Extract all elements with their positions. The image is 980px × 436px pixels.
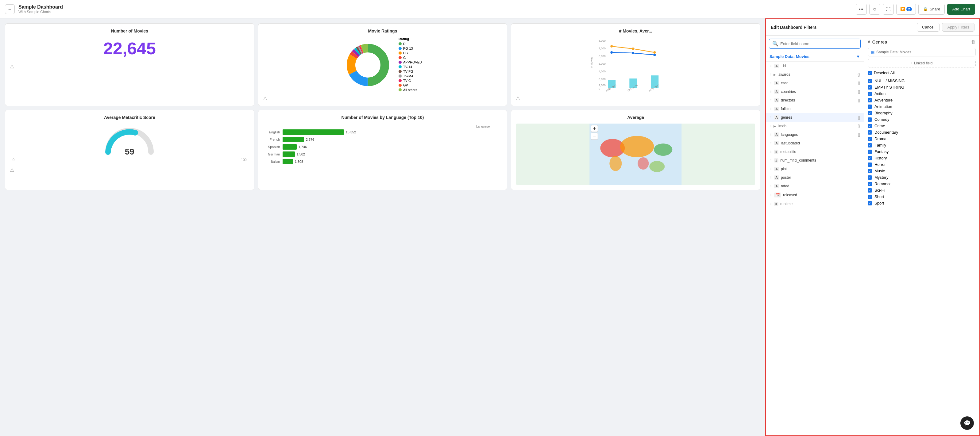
source-header[interactable]: Sample Data: Movies ▼ [766,52,864,62]
search-icon: 🔍 [772,41,778,47]
field-search-input[interactable] [780,41,857,46]
checkbox-item[interactable]: Sci-Fi [868,187,976,193]
chevron-down-icon: ▼ [856,54,860,59]
checkbox [868,175,872,180]
field-name-genres: genres [781,115,856,120]
filter-button[interactable]: 🔽 2 [896,4,916,15]
checkbox-item[interactable]: Romance [868,181,976,187]
chat-bubble[interactable]: 💬 [960,416,974,430]
fullscreen-button[interactable]: ⛶ [883,4,894,15]
field-item-languages[interactable]: ⠿ A languages [] [766,130,864,139]
delete-filter-icon[interactable]: 🗑 [971,39,976,45]
checkbox-item[interactable]: Crime [868,123,976,129]
cancel-button[interactable]: Cancel [917,23,940,32]
checkbox-item[interactable]: Documentary [868,129,976,136]
svg-point-37 [610,156,622,171]
checkbox-item[interactable]: Animation [868,103,976,110]
checkbox-item[interactable]: Biography [868,110,976,116]
metacritic-card: Average Metacritic Score 59 0 100 [5,110,255,190]
filter-field-title: A Genres [868,40,887,44]
top-bar: ← Sample Dashboard With Sample Charts ••… [0,0,980,18]
field-item-cast[interactable]: ⠿ A cast [] [766,79,864,87]
svg-point-27 [611,51,613,54]
field-item-countries[interactable]: ⠿ A countries [] [766,87,864,96]
checkbox-item[interactable]: Mystery [868,174,976,181]
checkbox-item[interactable]: Horror [868,161,976,168]
checkbox [868,163,872,167]
checkbox-item[interactable]: EMPTY STRING [868,84,976,90]
map-area: + − [516,124,755,185]
linked-field-button[interactable]: + Linked field [868,59,976,67]
line-chart-area: 8,000 7,000 6,000 5,000 4,000 3,000 1,00… [516,37,755,92]
checkbox-item[interactable]: Fantasy [868,148,976,155]
checkbox [868,188,872,193]
source-label: Sample Data: Movies [770,54,810,59]
more-button[interactable]: ••• [856,4,867,15]
movies-count-filter-icon: △ [10,63,249,69]
checkbox-label: Drama [875,136,886,141]
field-array-genres: [] [858,115,860,120]
drag-handle: ⠿ [770,107,772,111]
field-item-metacritic[interactable]: ⠿ # metacritic [766,147,864,156]
panel-body: 🔍 Sample Data: Movies ▼ ⠿ A _id [766,36,979,435]
field-item-genres[interactable]: ⠿ A genres [] [766,113,864,122]
edit-filters-panel: Edit Dashboard Filters Cancel Apply Filt… [765,18,980,436]
drag-handle: ⠿ [770,159,772,162]
svg-text:+: + [593,126,596,131]
field-item-imdb[interactable]: ⠿ ▶ imdb {} [766,122,864,130]
share-button[interactable]: 🔒 Share [918,4,945,15]
field-type-cast: A [774,81,779,85]
field-item-awards[interactable]: ⠿ ▶ awards {} [766,70,864,79]
checkbox-label: Sport [875,201,884,205]
field-type-metacritic: # [774,150,778,154]
movie-ratings-title: Movie Ratings [263,29,502,33]
checkbox-item[interactable]: Adventure [868,97,976,103]
field-item-runtime[interactable]: ⠿ # runtime [766,200,864,208]
apply-filters-button[interactable]: Apply Filters [942,23,974,32]
checkbox-item[interactable]: Drama [868,136,976,142]
checkbox-list: NULL / MISSING EMPTY STRING Action Adven… [868,78,976,206]
deselect-all-button[interactable]: Deselect All [868,71,976,75]
refresh-button[interactable]: ↻ [869,4,880,15]
fullscreen-icon: ⛶ [886,7,890,12]
svg-point-35 [620,136,654,157]
field-item-plot[interactable]: ⠿ A plot [766,165,864,173]
field-item-directors[interactable]: ⠿ A directors [] [766,96,864,105]
add-chart-label: Add Chart [952,7,970,11]
checkbox-item[interactable]: NULL / MISSING [868,78,976,84]
checkbox-item[interactable]: Action [868,90,976,97]
checkbox-item[interactable]: Short [868,193,976,200]
back-button[interactable]: ← [5,4,15,14]
field-type-awards: {} [858,72,860,77]
drag-handle: ⠿ [770,185,772,188]
drag-handle: ⠿ [770,193,772,197]
field-item-released[interactable]: ⠿ 📅 released [766,190,864,200]
field-item-rated[interactable]: ⠿ A rated [766,182,864,190]
gauge-min: 0 [13,158,14,162]
field-item-numcomments[interactable]: ⠿ # num_mflix_comments [766,156,864,165]
field-item-id[interactable]: ⠿ A _id [766,62,864,70]
checkbox-item[interactable]: Family [868,142,976,148]
field-search-wrapper: 🔍 [769,39,861,49]
field-list: 🔍 Sample Data: Movies ▼ ⠿ A _id [766,36,864,435]
checkbox-label: Documentary [875,130,898,135]
svg-point-24 [611,45,613,48]
checkbox-item[interactable]: Music [868,168,976,174]
expand-icon: ▶ [773,124,776,128]
field-item-lastupdated[interactable]: ⠿ A lastupdated [766,139,864,147]
add-chart-button[interactable]: Add Chart [947,4,975,15]
checkbox-label: Sci-Fi [875,188,885,193]
field-type-poster: A [774,175,779,180]
field-name-awards: awards [778,72,856,77]
field-item-fullplot[interactable]: ⠿ A fullplot [766,105,864,113]
drag-handle: ⠿ [770,116,772,119]
field-name-cast: cast [781,81,856,85]
checkbox-label: Romance [875,182,892,186]
checkbox-label: Horror [875,162,886,167]
field-item-poster[interactable]: ⠿ A poster [766,173,864,182]
checkbox [868,201,872,205]
checkbox-item[interactable]: Comedy [868,116,976,123]
checkbox [868,195,872,199]
checkbox-item[interactable]: History [868,155,976,161]
checkbox-item[interactable]: Sport [868,200,976,206]
